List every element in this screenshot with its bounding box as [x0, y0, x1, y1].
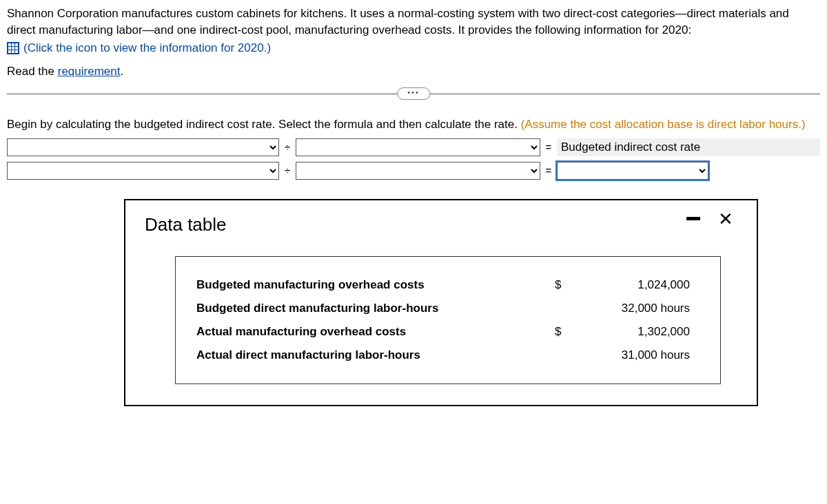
row-label: Actual manufacturing overhead costs	[196, 325, 555, 339]
numerator-value-select[interactable]	[7, 162, 279, 180]
read-suffix: .	[120, 65, 123, 78]
problem-text: Shannon Corporation manufactures custom …	[7, 6, 820, 39]
info-row: (Click the icon to view the information …	[7, 41, 820, 55]
section-divider: •••	[7, 94, 820, 94]
formula-grid: ÷ = Budgeted indirect cost rate ÷ =	[7, 138, 820, 180]
row-value: 1,302,000	[575, 325, 693, 339]
row-label: Budgeted manufacturing overhead costs	[196, 278, 555, 292]
result-value-select[interactable]	[557, 162, 708, 180]
row-currency: $	[555, 278, 575, 292]
divide-op-2: ÷	[279, 165, 296, 176]
table-row: Actual direct manufacturing labor-hours …	[196, 344, 693, 367]
instruction-main: Begin by calculating the budgeted indire…	[7, 118, 521, 131]
row-value: 32,000 hours	[575, 302, 693, 315]
data-table-icon[interactable]	[7, 42, 19, 54]
row-currency: $	[555, 325, 575, 339]
modal-title: Data table	[145, 214, 742, 235]
table-row: Actual manufacturing overhead costs $ 1,…	[196, 320, 693, 344]
data-table: Budgeted manufacturing overhead costs $ …	[175, 256, 721, 384]
modal-controls: ✕	[686, 210, 733, 228]
result-label: Budgeted indirect cost rate	[557, 138, 820, 156]
read-prefix: Read the	[7, 65, 58, 78]
table-row: Budgeted manufacturing overhead costs $ …	[196, 273, 693, 297]
equals-op-1: =	[540, 141, 557, 153]
info-link[interactable]: (Click the icon to view the information …	[23, 41, 271, 55]
row-value: 31,000 hours	[575, 348, 693, 362]
minimize-icon[interactable]	[686, 217, 700, 220]
instruction: Begin by calculating the budgeted indire…	[7, 118, 820, 132]
requirement-row: Read the requirement.	[7, 65, 820, 78]
instruction-note: (Assume the cost allocation base is dire…	[521, 118, 806, 131]
denominator-value-select[interactable]	[296, 162, 540, 180]
info-year: 2020	[238, 41, 264, 54]
row-label: Actual direct manufacturing labor-hours	[196, 348, 555, 362]
data-table-modal: ✕ Data table Budgeted manufacturing over…	[124, 199, 758, 406]
close-icon[interactable]: ✕	[718, 210, 733, 228]
divide-op-1: ÷	[279, 141, 296, 153]
row-label: Budgeted direct manufacturing labor-hour…	[196, 302, 555, 315]
requirement-link[interactable]: requirement	[58, 65, 121, 78]
equals-op-2: =	[540, 165, 557, 176]
info-prefix: (Click the icon to view the information …	[23, 41, 238, 54]
row-value: 1,024,000	[575, 278, 693, 292]
expand-pill[interactable]: •••	[397, 87, 430, 100]
denominator-select[interactable]	[296, 138, 540, 156]
table-row: Budgeted direct manufacturing labor-hour…	[196, 297, 693, 320]
numerator-select[interactable]	[7, 138, 279, 156]
info-suffix: .)	[264, 41, 271, 54]
